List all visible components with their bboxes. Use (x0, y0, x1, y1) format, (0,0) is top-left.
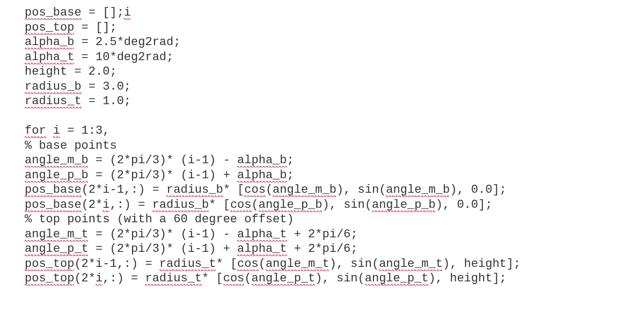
squiggly-token: angle_p_b (372, 198, 436, 212)
code-token: = 1:3, (60, 124, 109, 137)
code-token: ), 0.0]; (436, 198, 493, 212)
code-token: + 2*pi/6; (287, 228, 358, 241)
code-line (25, 109, 644, 124)
code-line: % top points (with a 60 degree offset) (25, 212, 644, 227)
squiggly-token: angle_p_t (365, 272, 429, 286)
code-token: (2*i-1,:) = (74, 257, 159, 271)
code-token: ( (259, 257, 266, 271)
squiggly-token: radius_t (25, 95, 82, 108)
code-token: ( (266, 183, 273, 197)
squiggly-token: radius_t (159, 257, 216, 271)
code-line: radius_b = 3.0; (25, 79, 644, 95)
code-line: height = 2.0; (25, 64, 644, 79)
code-token: = (2*pi/3)* (i-1) + (89, 242, 237, 256)
code-token: height = 2.0; (25, 65, 117, 78)
code-token: ( (252, 198, 259, 212)
squiggly-token: angle_m_t (25, 228, 89, 242)
squiggly-token: pos_base (25, 198, 82, 212)
code-line: pos_top(2*i-1,:) = radius_t* [cos(angle_… (25, 257, 644, 272)
squiggly-token: alpha_t (237, 242, 287, 256)
squiggly-token: radius_t (145, 272, 202, 286)
code-line: angle_m_t = (2*pi/3)* (i-1) - alpha_t + … (25, 227, 644, 242)
squiggly-token: cos (244, 183, 266, 197)
code-token: = (2*pi/3)* (i-1) + (89, 169, 237, 182)
code-token: ,:) = (109, 198, 152, 212)
squiggly-token: angle_p_b (259, 198, 323, 212)
code-line: alpha_t = 10*deg2rad; (25, 50, 644, 65)
squiggly-token: pos_base (25, 6, 82, 20)
code-token: * [ (202, 272, 223, 285)
code-token: = []; (82, 6, 124, 19)
code-line: angle_m_b = (2*pi/3)* (i-1) - alpha_b; (25, 153, 644, 168)
code-line: pos_base(2*i,:) = radius_b* [cos(angle_p… (25, 198, 644, 213)
code-token: ( (244, 272, 251, 285)
code-line: pos_base = [];i (25, 5, 644, 20)
squiggly-token: alpha_t (237, 228, 287, 242)
code-line: % base points (25, 139, 644, 154)
squiggly-token: angle_m_b (386, 183, 450, 197)
squiggly-token: cos (230, 198, 252, 212)
squiggly-token: alpha_b (237, 169, 287, 183)
code-token: ), sin( (330, 257, 379, 271)
squiggly-token: angle_m_b (273, 183, 336, 197)
code-token (46, 124, 53, 137)
code-line: pos_base(2*i-1,:) = radius_b* [cos(angle… (25, 183, 644, 198)
squiggly-token: radius_b (152, 198, 209, 212)
code-token: = (2*pi/3)* (i-1) - (89, 228, 237, 241)
code-token: * [ (223, 183, 245, 197)
code-token: * [ (216, 257, 237, 271)
code-token: = []; (74, 21, 116, 34)
code-token: ), sin( (323, 198, 372, 212)
squiggly-token: i (124, 6, 131, 20)
code-token: ,:) = (103, 272, 145, 285)
squiggly-token: radius_b (166, 183, 223, 197)
code-line: angle_p_t = (2*pi/3)* (i-1) + alpha_t + … (25, 242, 644, 257)
squiggly-token: alpha_b (25, 35, 74, 49)
code-token: ), height]; (443, 257, 521, 271)
code-token: % top points (with a 60 degree offset) (25, 213, 294, 226)
code-token: ), 0.0]; (450, 183, 507, 197)
code-token: ), sin( (336, 183, 386, 197)
squiggly-token: i (103, 198, 109, 212)
squiggly-token: i (96, 272, 103, 286)
code-line: radius_t = 1.0; (25, 94, 644, 109)
squiggly-token: radius_b (25, 80, 82, 94)
code-token: = 10*deg2rad; (74, 50, 173, 64)
code-line: alpha_b = 2.5*deg2rad; (25, 35, 644, 50)
code-token: = 1.0; (82, 95, 131, 108)
squiggly-token: for (25, 124, 46, 138)
code-block: pos_base = [];ipos_top = [];alpha_b = 2.… (0, 0, 644, 286)
code-token: + 2*pi/6; (287, 242, 358, 256)
squiggly-token: angle_p_t (252, 272, 316, 286)
code-token: ), height]; (429, 272, 507, 285)
code-token: (2* (82, 198, 103, 212)
squiggly-token: pos_top (25, 272, 74, 286)
code-token: % base points (25, 139, 117, 153)
squiggly-token: angle_p_t (25, 242, 89, 256)
code-line: angle_p_b = (2*pi/3)* (i-1) + alpha_b; (25, 168, 644, 183)
squiggly-token: pos_top (25, 257, 74, 271)
squiggly-token: pos_base (25, 183, 82, 197)
squiggly-token: angle_m_t (379, 257, 443, 271)
code-token: ; (287, 154, 294, 167)
squiggly-token: pos_top (25, 21, 74, 35)
squiggly-token: cos (223, 272, 245, 286)
squiggly-token: angle_m_t (266, 257, 330, 271)
code-line: pos_top = []; (25, 20, 644, 35)
code-token: ), sin( (315, 272, 364, 285)
code-line: for i = 1:3, (25, 124, 644, 139)
code-token: = 3.0; (82, 80, 131, 93)
code-token: * [ (209, 198, 230, 212)
squiggly-token: i (53, 124, 60, 138)
squiggly-token: angle_p_b (25, 169, 89, 183)
squiggly-token: alpha_b (237, 154, 287, 168)
code-line: pos_top(2*i,:) = radius_t* [cos(angle_p_… (25, 271, 644, 286)
squiggly-token: angle_m_b (25, 154, 89, 168)
code-token: (2*i-1,:) = (82, 183, 166, 197)
code-token: ; (287, 169, 294, 182)
squiggly-token: alpha_t (25, 50, 74, 64)
code-token: (2* (74, 272, 96, 285)
squiggly-token: cos (237, 257, 259, 271)
code-token: = 2.5*deg2rad; (74, 35, 180, 49)
code-token: = (2*pi/3)* (i-1) - (89, 154, 237, 167)
